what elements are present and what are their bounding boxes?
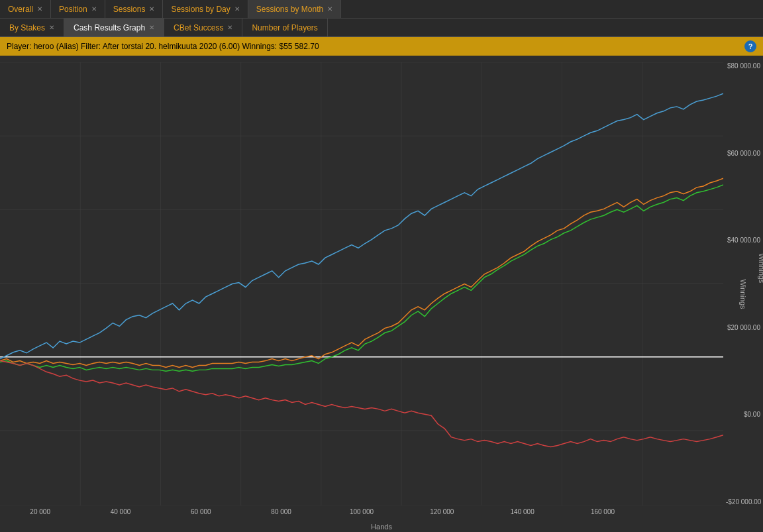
tab-sessions-by-day-label: Sessions by Day [171,5,230,14]
info-bar-text: Player: heroo (Alias) Filter: After tors… [7,42,319,51]
chart-area [0,62,723,505]
tab-cbet-success[interactable]: CBet Success ✕ [164,19,242,36]
x-axis: 20 000 40 000 60 000 80 000 100 000 120 … [0,505,723,532]
x-label-20k: 20 000 [0,508,80,515]
y-label-minus20k: -$20 000.00 [726,498,760,505]
x-label-120k: 120 000 [402,508,482,515]
tab-by-stakes[interactable]: By Stakes ✕ [0,19,64,36]
tab-sessions-label: Sessions [113,5,146,14]
tab-sessions-by-month[interactable]: Sessions by Month ✕ [248,0,341,18]
tab-sessions-by-month-close[interactable]: ✕ [327,5,332,13]
tab-sessions-by-day[interactable]: Sessions by Day ✕ [163,0,248,18]
tab-cbet-success-label: CBet Success [174,23,223,32]
x-label-100k: 100 000 [321,508,401,515]
y-label-80k: $80 000.00 [726,62,760,70]
y-label-40k: $40 000.00 [726,237,760,244]
tab-sessions-close[interactable]: ✕ [149,5,154,13]
info-bar: Player: heroo (Alias) Filter: After tors… [0,37,763,56]
tab-by-stakes-close[interactable]: ✕ [49,24,54,31]
tab-cash-results-graph-close[interactable]: ✕ [149,24,154,31]
tab-overall[interactable]: Overall ✕ [0,0,51,18]
chart-svg [0,62,723,505]
chart-container: $80 000.00 $60 000.00 $40 000.00 $20 000… [0,56,763,532]
y-axis-title: Winnings [758,253,763,283]
tab-sessions[interactable]: Sessions ✕ [105,0,164,18]
tab-number-of-players-label: Number of Players [252,23,317,32]
tab-overall-close[interactable]: ✕ [37,5,42,13]
tab-sessions-by-month-label: Sessions by Month [256,5,323,14]
y-axis-title: Winnings [738,279,746,309]
x-label-40k: 40 000 [80,508,160,515]
x-label-140k: 140 000 [482,508,562,515]
tab-position-close[interactable]: ✕ [91,5,97,13]
second-tab-bar: By Stakes ✕ Cash Results Graph ✕ CBet Su… [0,19,763,37]
tab-by-stakes-label: By Stakes [9,23,45,32]
y-label-60k: $60 000.00 [726,150,760,157]
tab-number-of-players[interactable]: Number of Players [242,19,327,36]
y-label-20k: $20 000.00 [726,324,760,331]
y-label-0: $0.00 [726,411,760,418]
x-label-160k: 160 000 [562,508,642,515]
tab-position-label: Position [59,5,87,14]
x-label-80k: 80 000 [241,508,321,515]
svg-rect-0 [0,62,723,505]
x-axis-title: Hands [371,523,392,531]
x-label-60k: 60 000 [161,508,241,515]
tab-position[interactable]: Position ✕ [51,0,105,18]
tab-sessions-by-day-close[interactable]: ✕ [234,5,240,13]
top-tab-bar: Overall ✕ Position ✕ Sessions ✕ Sessions… [0,0,763,19]
tab-cash-results-graph[interactable]: Cash Results Graph ✕ [64,19,164,36]
help-button[interactable]: ? [744,40,756,52]
tab-cash-results-graph-label: Cash Results Graph [74,23,145,32]
tab-cbet-success-close[interactable]: ✕ [227,24,232,31]
tab-overall-label: Overall [8,5,33,14]
